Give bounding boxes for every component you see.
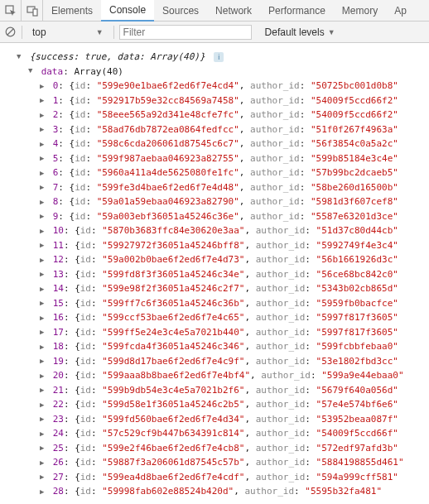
disclosure-triangle-icon[interactable]: ▶ — [40, 253, 47, 267]
disclosure-triangle-icon[interactable]: ▶ — [40, 224, 47, 238]
device-toggle-icon[interactable] — [22, 0, 43, 22]
tab-console[interactable]: Console — [101, 0, 154, 22]
chevron-down-icon: ▼ — [96, 28, 104, 36]
disclosure-triangle-icon[interactable]: ▶ — [40, 94, 47, 108]
disclosure-triangle-icon[interactable]: ▶ — [40, 282, 47, 296]
array-item[interactable]: ▶ 6: {id: "5960a411a4de5625080fe1fc", au… — [40, 166, 426, 180]
array-item[interactable]: ▶ 10: {id: "5870b3683ffc84e30620e3aa", a… — [40, 223, 426, 238]
context-selector[interactable]: top ▼ — [27, 26, 108, 38]
disclosure-triangle-icon[interactable]: ▶ — [40, 238, 47, 252]
array-item[interactable]: ▶ 0: {id: "599e90e1bae6f2ed6f7e4cd4", au… — [40, 79, 426, 94]
array-item[interactable]: ▶ 26: {id: "59887f3a206061d87545c57b", a… — [40, 455, 426, 470]
disclosure-triangle-icon[interactable]: ▶ — [40, 209, 47, 223]
disclosure-triangle-icon[interactable]: ▼ — [28, 64, 36, 78]
log-levels-selector[interactable]: Default levels ▼ — [265, 26, 335, 38]
disclosure-triangle-icon[interactable]: ▶ — [40, 325, 47, 339]
clear-console-icon[interactable] — [3, 26, 17, 39]
array-item[interactable]: ▶ 19: {id: "599d8d17bae6f2ed6f7e4c9f", a… — [40, 354, 426, 369]
array-item[interactable]: ▶ 12: {id: "59a002b0bae6f2ed6f7e4d73", a… — [40, 252, 426, 267]
chevron-down-icon: ▼ — [328, 28, 335, 36]
info-icon[interactable]: i — [214, 52, 224, 62]
array-item[interactable]: ▶ 8: {id: "59a01a59ebaa046923a82790", au… — [40, 194, 426, 209]
tab-sources[interactable]: Sources — [154, 0, 207, 21]
disclosure-triangle-icon[interactable]: ▶ — [40, 340, 47, 354]
disclosure-triangle-icon[interactable]: ▶ — [40, 195, 47, 209]
disclosure-triangle-icon[interactable]: ▶ — [40, 137, 47, 151]
disclosure-triangle-icon[interactable]: ▶ — [40, 485, 47, 499]
array-item[interactable]: ▶ 5: {id: "599f987aebaa046923a82755", au… — [40, 151, 426, 166]
disclosure-triangle-icon[interactable]: ▶ — [40, 79, 47, 94]
array-item[interactable]: ▶ 14: {id: "599e98f2f36051a45246c2f7", a… — [40, 281, 426, 296]
array-item[interactable]: ▶ 2: {id: "58eee565a92d341e48cfe7fc", au… — [40, 108, 426, 122]
disclosure-triangle-icon[interactable]: ▶ — [40, 180, 47, 194]
array-item[interactable]: ▶ 27: {id: "599ea4d8bae6f2ed6f7e4cdf", a… — [40, 470, 426, 485]
disclosure-triangle-icon[interactable]: ▶ — [40, 108, 47, 122]
array-item[interactable]: ▶ 15: {id: "599ff7c6f36051a45246c36b", a… — [40, 296, 426, 311]
array-item[interactable]: ▶ 18: {id: "599fcda4f36051a45246c346", a… — [40, 339, 426, 354]
array-item[interactable]: ▶ 23: {id: "599fd560bae6f2ed6f7e4d34", a… — [40, 412, 426, 427]
tab-performance[interactable]: Performance — [260, 0, 334, 21]
separator — [113, 26, 114, 39]
array-item[interactable]: ▶ 24: {id: "57c529cf9b447b634391c814", a… — [40, 426, 426, 441]
array-item[interactable]: ▶ 4: {id: "598c6cda206061d87545c6c7", au… — [40, 137, 426, 151]
levels-label: Default levels — [265, 26, 325, 38]
disclosure-triangle-icon[interactable]: ▶ — [40, 441, 47, 455]
disclosure-triangle-icon[interactable]: ▶ — [40, 456, 47, 470]
disclosure-triangle-icon[interactable]: ▶ — [40, 412, 47, 426]
disclosure-triangle-icon[interactable]: ▼ — [17, 50, 24, 64]
disclosure-triangle-icon[interactable]: ▶ — [40, 311, 47, 325]
array-item[interactable]: ▶ 1: {id: "592917b59e32cc84569a7458", au… — [40, 94, 426, 108]
array-item[interactable]: ▶ 17: {id: "599ff5e24e3c4e5a7021b440", a… — [40, 325, 426, 340]
disclosure-triangle-icon[interactable]: ▶ — [40, 296, 47, 310]
array-item[interactable]: ▶ 11: {id: "59927972f36051a45246bff8", a… — [40, 238, 426, 253]
svg-line-4 — [7, 29, 13, 35]
tab-elements[interactable]: Elements — [43, 0, 101, 21]
array-item[interactable]: ▶ 22: {id: "599d58e1f36051a45246c2b5", a… — [40, 397, 426, 412]
console-output: ▼ {success: true, data: Array(40)} i ▼ d… — [0, 43, 429, 502]
disclosure-triangle-icon[interactable]: ▶ — [40, 398, 47, 412]
tab-ap[interactable]: Ap — [386, 0, 415, 21]
array-item[interactable]: ▶ 7: {id: "599fe3d4bae6f2ed6f7e4d48", au… — [40, 180, 426, 195]
array-item[interactable]: ▶ 13: {id: "599fd8f3f36051a45246c34e", a… — [40, 267, 426, 282]
array-item[interactable]: ▶ 20: {id: "599aaa8b8bae6f2ed6f7e4bf4", … — [40, 368, 426, 383]
disclosure-triangle-icon[interactable]: ▶ — [40, 427, 47, 441]
tab-memory[interactable]: Memory — [334, 0, 386, 21]
svg-rect-2 — [33, 9, 37, 16]
array-item[interactable]: ▶ 28: {id: "59998fab602e88524b420d", aut… — [40, 484, 426, 499]
separator — [22, 26, 22, 39]
array-item[interactable]: ▶ 21: {id: "599b9db54e3c4e5a7021b2f6", a… — [40, 383, 426, 398]
inspect-icon[interactable] — [0, 0, 22, 22]
array-item[interactable]: ▶ 3: {id: "58ad76db7872ea0864fedfcc", au… — [40, 122, 426, 137]
tab-network[interactable]: Network — [207, 0, 260, 21]
console-filterbar: top ▼ Default levels ▼ — [0, 22, 429, 43]
devtools-toolbar: ElementsConsoleSourcesNetworkPerformance… — [0, 0, 429, 22]
property-data[interactable]: ▼ data: Array(40) — [28, 65, 426, 79]
disclosure-triangle-icon[interactable]: ▶ — [40, 267, 47, 281]
object-summary[interactable]: ▼ {success: true, data: Array(40)} i — [17, 50, 426, 65]
disclosure-triangle-icon[interactable]: ▶ — [40, 354, 47, 368]
disclosure-triangle-icon[interactable]: ▶ — [40, 383, 47, 397]
array-item[interactable]: ▶ 9: {id: "59a003ebf36051a45246c36e", au… — [40, 209, 426, 224]
disclosure-triangle-icon[interactable]: ▶ — [40, 122, 47, 137]
disclosure-triangle-icon[interactable]: ▶ — [40, 470, 47, 484]
devtools-tabs: ElementsConsoleSourcesNetworkPerformance… — [43, 0, 415, 21]
disclosure-triangle-icon[interactable]: ▶ — [40, 151, 47, 166]
array-item[interactable]: ▶ 16: {id: "599ccf53bae6f2ed6f7e4c65", a… — [40, 310, 426, 325]
disclosure-triangle-icon[interactable]: ▶ — [40, 369, 47, 383]
array-item[interactable]: ▶ 25: {id: "599e2f46bae6f2ed6f7e4cb8", a… — [40, 441, 426, 456]
filter-input[interactable] — [119, 25, 252, 40]
disclosure-triangle-icon[interactable]: ▶ — [40, 166, 47, 180]
context-label: top — [32, 26, 46, 38]
